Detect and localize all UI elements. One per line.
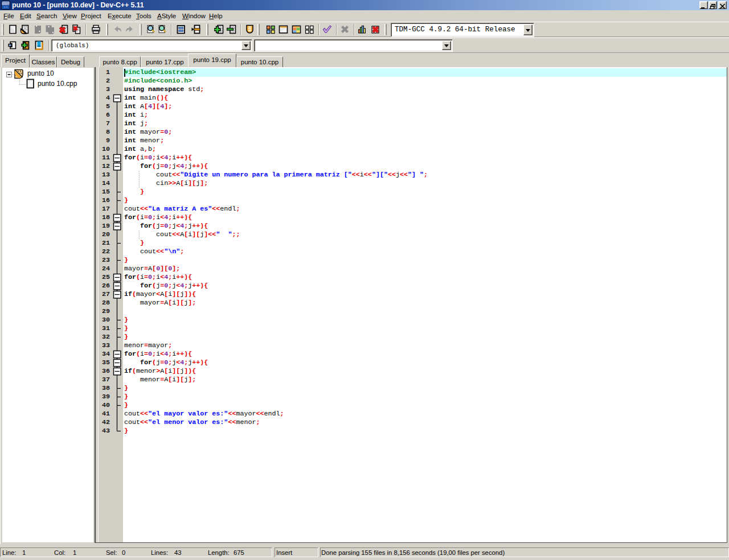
svg-text:×+: ×+ (3, 5, 8, 9)
